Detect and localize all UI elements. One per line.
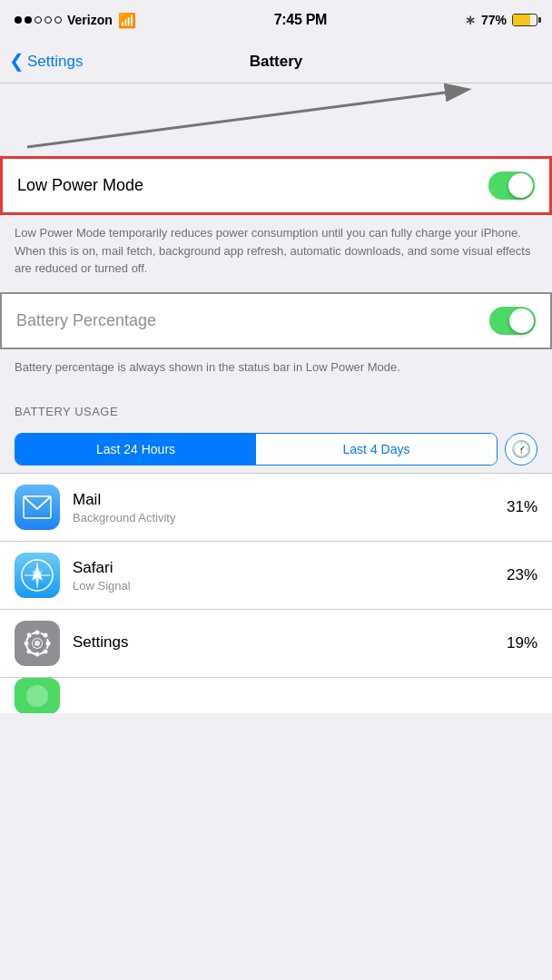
page-title: Battery	[250, 53, 303, 71]
segment-control[interactable]: Last 24 Hours Last 4 Days	[15, 433, 498, 466]
svg-point-14	[46, 642, 51, 646]
safari-app-icon	[15, 553, 60, 598]
safari-app-info: Safari Low Signal	[73, 559, 494, 593]
svg-point-17	[44, 633, 48, 638]
partial-app-icon	[15, 678, 60, 714]
svg-point-18	[27, 650, 32, 654]
segment-4days[interactable]: Last 4 Days	[256, 434, 497, 465]
battery-percentage-section: Battery Percentage Battery percentage is…	[0, 292, 552, 391]
low-power-mode-row: Low Power Mode	[0, 156, 552, 215]
mail-app-pct: 31%	[507, 498, 537, 516]
segment-area: Last 24 Hours Last 4 Days 🕜	[0, 426, 552, 473]
svg-point-20	[34, 641, 40, 646]
signal-dot-2	[25, 16, 32, 24]
nav-bar: ❮ Settings Battery	[0, 40, 552, 83]
clock-button[interactable]: 🕜	[505, 433, 537, 466]
battery-percentage-row: Battery Percentage	[0, 292, 552, 349]
signal-dot-4	[44, 16, 52, 24]
safari-app-pct: 23%	[507, 566, 537, 584]
settings-app-name: Settings	[73, 633, 494, 652]
safari-app-name: Safari	[73, 559, 494, 577]
settings-app-pct: 19%	[507, 634, 537, 652]
segment-24hours[interactable]: Last 24 Hours	[15, 434, 256, 465]
mail-app-sub: Background Activity	[73, 511, 494, 524]
svg-point-13	[25, 642, 29, 646]
signal-dot-3	[34, 16, 42, 24]
table-row: Settings 19%	[0, 610, 552, 677]
status-right: ∗ 77%	[465, 13, 537, 27]
toggle-knob	[508, 173, 533, 198]
low-power-mode-label: Low Power Mode	[17, 176, 143, 195]
clock-icon: 🕜	[511, 439, 531, 459]
battery-percentage-toggle[interactable]	[489, 307, 536, 335]
svg-point-22	[26, 685, 48, 707]
battery-percentage-status: 77%	[481, 13, 507, 27]
safari-app-sub: Low Signal	[73, 579, 494, 593]
annotation-arrow	[0, 83, 552, 156]
svg-point-11	[35, 631, 40, 635]
battery-percentage-description: Battery percentage is always shown in th…	[0, 349, 552, 391]
battery-icon	[512, 14, 537, 26]
status-time: 7:45 PM	[274, 12, 327, 28]
svg-point-16	[44, 650, 48, 654]
settings-app-info: Settings	[73, 633, 494, 653]
battery-percentage-label: Battery Percentage	[16, 311, 156, 330]
settings-app-icon	[15, 621, 60, 666]
low-power-mode-description: Low Power Mode temporarily reduces power…	[0, 215, 552, 292]
arrow-annotation	[0, 83, 552, 156]
low-power-mode-toggle[interactable]	[488, 172, 535, 200]
svg-point-12	[35, 652, 40, 657]
wifi-icon: 📶	[118, 12, 136, 29]
back-label: Settings	[27, 53, 83, 71]
partial-app-row	[0, 677, 552, 713]
status-left: Verizon 📶	[15, 12, 136, 29]
bluetooth-icon: ∗	[465, 13, 476, 27]
status-bar: Verizon 📶 7:45 PM ∗ 77%	[0, 0, 552, 40]
battery-pct-toggle-knob	[509, 309, 534, 333]
svg-point-15	[27, 633, 32, 638]
signal-dot-5	[54, 16, 62, 24]
table-row: Safari Low Signal 23%	[0, 542, 552, 610]
back-button[interactable]: ❮ Settings	[9, 51, 83, 72]
svg-line-1	[27, 93, 445, 147]
table-row: Mail Background Activity 31%	[0, 474, 552, 542]
mail-app-info: Mail Background Activity	[73, 491, 494, 524]
battery-usage-header: BATTERY USAGE	[0, 390, 552, 426]
mail-app-icon	[15, 485, 60, 530]
signal-dots	[15, 16, 62, 24]
app-list: Mail Background Activity 31% Safari Low …	[0, 473, 552, 677]
battery-fill	[513, 15, 531, 25]
back-chevron-icon: ❮	[9, 50, 25, 72]
mail-app-name: Mail	[73, 491, 494, 509]
signal-dot-1	[15, 16, 22, 24]
carrier-label: Verizon	[67, 13, 113, 27]
